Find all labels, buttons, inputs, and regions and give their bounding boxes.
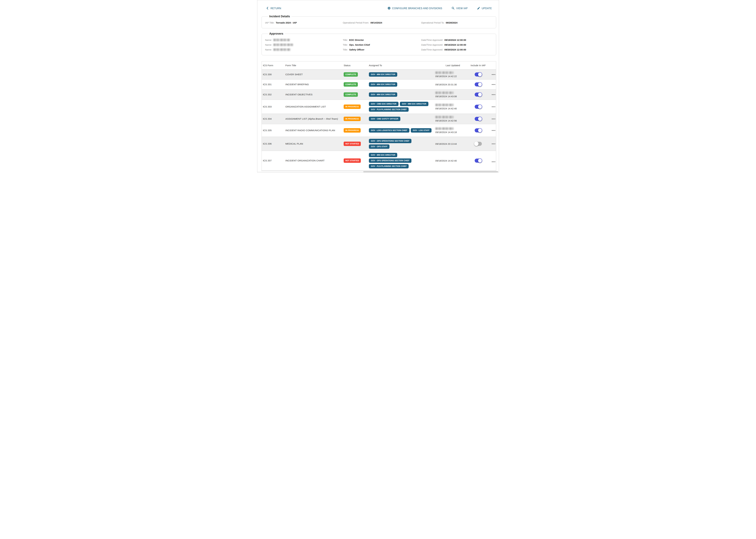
row-menu-button[interactable] [492, 107, 495, 107]
approver-title-label: Title: [343, 48, 348, 51]
include-in-iap-toggle[interactable] [475, 93, 482, 97]
ellipsis-dot-icon [492, 94, 492, 95]
form-title-text: MEDICAL PLAN [285, 142, 303, 145]
assignee-chip-line: GOV - MM EOC DIRECTOR [369, 153, 412, 157]
row-menu-button[interactable] [492, 130, 495, 131]
last-updated-cell: 09/18/2024 14:42:56 [435, 116, 470, 122]
status-badge: COMPLETE [343, 82, 358, 87]
table-row: ICS 204ASSIGNMENT LIST(Alpha Branch -- R… [262, 114, 496, 124]
form-title-cell: ASSIGNMENT LIST(Alpha Branch -- Red Team… [285, 117, 343, 120]
row-menu-button[interactable] [492, 84, 495, 85]
include-in-iap-toggle[interactable] [475, 117, 482, 121]
header-include-in-iap: Include In IAP [470, 64, 491, 67]
ics-form-number: ICS 205 [263, 129, 272, 132]
table-row: ICS 203ORGANIZATION ASSIGNMENT LISTIN PR… [262, 100, 496, 114]
row-menu-cell [491, 118, 496, 119]
include-in-iap-cell [470, 142, 491, 146]
assignee-badge: GOV - PLN PLANNING SECTION CHIEF [369, 107, 409, 112]
last-updated-timestamp: 09/18/2024 14:42:22 [435, 75, 457, 78]
assigned-to-cell: GOV - LOG LOGISTICS SECTION CHIEFGOV - L… [369, 126, 435, 134]
ellipsis-dot-icon [494, 107, 495, 107]
ellipsis-dot-icon [494, 94, 495, 95]
assignee-chip-list: GOV - OPS OPERATIONS SECTION CHIEFGOV - … [369, 139, 412, 149]
assignee-chip-line: GOV - CMD SAFETY OFFICER [369, 117, 400, 121]
row-menu-cell [491, 94, 496, 95]
return-button[interactable]: RETURN [266, 7, 281, 10]
ellipsis-dot-icon [494, 143, 495, 144]
include-in-iap-toggle[interactable] [475, 72, 482, 76]
status-badge: COMPLETE [343, 72, 358, 77]
assignee-chip-line: GOV - PLN PLANNING SECTION CHIEF [369, 107, 428, 112]
include-in-iap-toggle[interactable] [475, 128, 482, 132]
scrollbar-thumb[interactable] [363, 171, 498, 172]
row-menu-cell [491, 159, 496, 162]
redacted-updated-by-name [435, 116, 453, 118]
approver-row: Name:Title:Ops. Section ChiefDate/Time A… [265, 42, 496, 47]
include-in-iap-toggle[interactable] [475, 159, 482, 163]
view-iap-button[interactable]: VIEW IAP [451, 7, 468, 10]
approver-title-field: Title:Ops. Section Chief [343, 42, 421, 47]
status-badge: IN PROGRESS [343, 105, 361, 109]
toggle-knob [478, 105, 482, 109]
approver-name-field: Name: [265, 42, 343, 47]
horizontal-scrollbar[interactable] [257, 171, 499, 172]
assignee-chip-line: GOV - MM EOC DIRECTOR [369, 72, 397, 77]
last-updated-timestamp: 09/18/2024 14:43:18 [435, 131, 457, 133]
row-menu-button[interactable] [492, 143, 495, 144]
ics-form-number: ICS 207 [263, 159, 272, 162]
configure-branches-button[interactable]: CONFIGURE BRANCHES AND DIVISIONS [387, 7, 442, 10]
redacted-approver-name [273, 39, 290, 41]
ellipsis-dot-icon [492, 118, 492, 119]
ellipsis-dot-icon [492, 74, 492, 75]
assignee-badge: GOV - OPS OPERATIONS SECTION CHIEF [369, 139, 412, 143]
update-button[interactable]: UPDATE [477, 7, 492, 10]
incident-details-section: Incident Details IAP Title: Tornado 2024… [262, 15, 496, 28]
form-title-text: ORGANIZATION ASSIGNMENT LIST [285, 105, 326, 108]
header-ics-form: ICS Form [262, 64, 285, 67]
assignee-badge: GOV - OPS STAFF [369, 144, 390, 149]
approver-name-field: Name: [265, 38, 343, 42]
ellipsis-dot-icon [493, 94, 494, 95]
ellipsis-dot-icon [493, 130, 494, 131]
row-menu-button[interactable] [492, 118, 495, 119]
approver-date-value: 09/18/2024 12:00:00 [444, 38, 466, 41]
ellipsis-dot-icon [492, 84, 492, 85]
row-menu-button[interactable] [492, 74, 495, 75]
status-cell: NOT STARTED [343, 142, 369, 146]
status-cell: NOT STARTED [343, 158, 369, 163]
assignee-chip-list: GOV - MM EOC DIRECTOR [369, 92, 397, 97]
table-body: ICS 200COVER SHEETCOMPLETEGOV - MM EOC D… [262, 70, 496, 173]
include-in-iap-cell [470, 105, 491, 109]
include-in-iap-toggle[interactable] [475, 82, 482, 86]
include-in-iap-toggle[interactable] [475, 105, 482, 109]
last-updated-cell: 09/18/2024 14:42:40 [435, 159, 470, 162]
header-assigned-to: Assigned To [369, 62, 435, 69]
ellipsis-dot-icon [494, 84, 495, 85]
include-in-iap-cell [470, 159, 491, 163]
last-updated-cell: 09/18/2024 20:13:44 [435, 142, 470, 145]
assignee-chip-line: GOV - MM EOC DIRECTOR [369, 82, 397, 87]
ellipsis-dot-icon [493, 143, 494, 144]
approver-date-label: Date/Time Approved: [421, 43, 443, 46]
period-from-label: Operational Period From: [343, 21, 369, 24]
row-menu-cell [491, 130, 496, 131]
redacted-approver-name [273, 43, 293, 46]
assignee-chip-list: GOV - MM EOC DIRECTOR [369, 72, 397, 77]
incident-details-row: IAP Title: Tornado 2024 - IAP Operationa… [265, 20, 496, 25]
toggle-knob [478, 117, 482, 121]
last-updated-timestamp: 09/18/2024 14:42:40 [435, 159, 457, 162]
period-from-value: 09/14/2024 [370, 21, 382, 24]
toggle-knob [478, 82, 482, 87]
approver-name-label: Name: [265, 38, 272, 41]
table-row: ICS 200COVER SHEETCOMPLETEGOV - MM EOC D… [262, 70, 496, 79]
assigned-to-cell: GOV - OPS OPERATIONS SECTION CHIEFGOV - … [369, 137, 435, 151]
include-in-iap-cell [470, 82, 491, 86]
include-in-iap-toggle[interactable] [475, 142, 482, 146]
form-title-cell: COVER SHEET [285, 73, 343, 76]
approver-name-label: Name: [265, 43, 272, 46]
row-menu-button[interactable] [492, 94, 495, 95]
iap-title-field: IAP Title: Tornado 2024 - IAP [265, 20, 343, 25]
row-menu-button[interactable] [492, 161, 495, 162]
assignee-chip-list: GOV - CMD EOC DIRECTORGOV - MM EOC DIREC… [369, 102, 428, 112]
approver-date-label: Date/Time Approved: [421, 48, 443, 51]
